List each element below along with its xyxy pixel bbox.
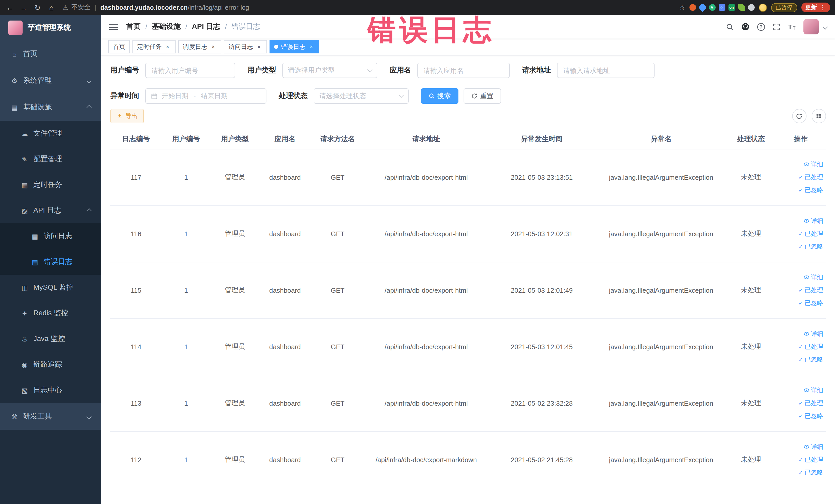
extension-icon[interactable]: ⁘ bbox=[718, 4, 725, 11]
help-icon[interactable]: ? bbox=[757, 23, 765, 31]
ignore-link[interactable]: ✓已忽略 bbox=[798, 468, 823, 477]
browser-profile-avatar[interactable] bbox=[758, 3, 767, 12]
check-icon: ✓ bbox=[798, 187, 803, 193]
breadcrumb-item[interactable]: 基础设施 bbox=[152, 22, 181, 31]
tag-错误日志[interactable]: 错误日志× bbox=[269, 40, 319, 54]
detail-link[interactable]: 详细 bbox=[803, 442, 823, 451]
cell-user_id: 1 bbox=[162, 375, 210, 431]
sidebar-item-file[interactable]: ☁文件管理 bbox=[0, 121, 101, 146]
address-bar[interactable]: ⚠ 不安全 | dashboard.yudao.iocoder.cn/infra… bbox=[63, 3, 249, 12]
sidebar-item-config[interactable]: ✎配置管理 bbox=[0, 146, 101, 172]
detail-link[interactable]: 详细 bbox=[803, 273, 823, 282]
font-size-icon[interactable]: TT bbox=[788, 23, 795, 31]
request-url-input[interactable] bbox=[557, 63, 655, 78]
processed-link[interactable]: ✓已处理 bbox=[798, 229, 823, 238]
extension-icon[interactable]: on bbox=[728, 4, 735, 11]
sidebar-item-api-log[interactable]: ▨API 日志 bbox=[0, 198, 101, 223]
back-icon[interactable]: ← bbox=[5, 3, 14, 12]
column-header: 请求方法名 bbox=[311, 129, 365, 149]
detail-link[interactable]: 详细 bbox=[803, 386, 823, 395]
processed-link[interactable]: ✓已处理 bbox=[798, 455, 823, 464]
processed-link[interactable]: ✓已处理 bbox=[798, 342, 823, 351]
ignore-link[interactable]: ✓已忽略 bbox=[798, 242, 823, 251]
refresh-icon bbox=[471, 93, 477, 99]
table-row: 1161管理员dashboardGET/api/infra/db-doc/exp… bbox=[110, 205, 826, 262]
extension-icon[interactable] bbox=[698, 3, 707, 12]
search-icon bbox=[429, 93, 435, 99]
sidebar-item-infra[interactable]: ▤基础设施 bbox=[0, 94, 101, 121]
user-type-select[interactable]: 请选择用户类型 bbox=[282, 63, 377, 78]
cell-id: 112 bbox=[110, 431, 162, 488]
sidebar-item-java[interactable]: ♨Java 监控 bbox=[0, 326, 101, 352]
tag-首页[interactable]: 首页 bbox=[108, 40, 130, 54]
refresh-button[interactable] bbox=[792, 109, 806, 123]
user-id-input[interactable] bbox=[145, 63, 235, 78]
user-avatar[interactable] bbox=[803, 19, 819, 35]
breadcrumb: 首页/基础设施/API 日志/错误日志 bbox=[126, 22, 260, 31]
detail-link[interactable]: 详细 bbox=[803, 329, 823, 338]
processed-link[interactable]: ✓已处理 bbox=[798, 286, 823, 295]
export-button[interactable]: 导出 bbox=[110, 109, 144, 123]
tag-调度日志[interactable]: 调度日志× bbox=[178, 40, 221, 54]
browser-home-icon[interactable]: ⌂ bbox=[47, 3, 56, 12]
forward-icon[interactable]: → bbox=[19, 3, 28, 12]
reload-icon[interactable]: ↻ bbox=[33, 3, 42, 12]
detail-link[interactable]: 详细 bbox=[803, 217, 823, 225]
close-icon[interactable]: × bbox=[256, 43, 262, 50]
chevron-down-icon[interactable] bbox=[822, 24, 828, 29]
cell-exception: java.lang.IllegalArgumentException bbox=[596, 262, 727, 318]
github-icon[interactable] bbox=[741, 23, 750, 31]
tag-定时任务[interactable]: 定时任务× bbox=[133, 40, 176, 54]
ignore-link[interactable]: ✓已忽略 bbox=[798, 186, 823, 194]
fullscreen-icon[interactable] bbox=[773, 23, 780, 31]
app-name-input[interactable] bbox=[418, 63, 510, 78]
ignore-link[interactable]: ✓已忽略 bbox=[798, 299, 823, 307]
extension-icon[interactable]: V bbox=[709, 4, 715, 11]
extension-icon[interactable] bbox=[748, 4, 754, 11]
api-log-icon: ▨ bbox=[21, 207, 29, 215]
column-settings-button[interactable] bbox=[811, 109, 826, 123]
breadcrumb-item[interactable]: API 日志 bbox=[192, 22, 220, 31]
reset-button[interactable]: 重置 bbox=[464, 88, 501, 104]
sidebar-item-trace[interactable]: ◉链路追踪 bbox=[0, 352, 101, 378]
processed-link[interactable]: ✓已处理 bbox=[798, 399, 823, 407]
home-icon: ⌂ bbox=[10, 50, 19, 58]
bookmark-star-icon[interactable]: ☆ bbox=[679, 4, 685, 11]
sidebar-item-log-center[interactable]: ▧日志中心 bbox=[0, 378, 101, 403]
paused-badge[interactable]: 已暂停 bbox=[771, 3, 797, 12]
process-status-select[interactable]: 请选择处理状态 bbox=[314, 88, 409, 104]
exception-time-range[interactable]: 开始日期 - 结束日期 bbox=[145, 88, 266, 104]
ignore-link[interactable]: ✓已忽略 bbox=[798, 411, 823, 420]
ignore-link[interactable]: ✓已忽略 bbox=[798, 355, 823, 364]
breadcrumb-item[interactable]: 首页 bbox=[126, 22, 141, 31]
tag-访问日志[interactable]: 访问日志× bbox=[224, 40, 267, 54]
close-icon[interactable]: × bbox=[210, 43, 217, 50]
sidebar-item-mysql[interactable]: ◫MySQL 监控 bbox=[0, 275, 101, 300]
start-date-placeholder: 开始日期 bbox=[162, 92, 188, 101]
processed-link[interactable]: ✓已处理 bbox=[798, 173, 823, 182]
error-log-table: 日志编号用户编号用户类型应用名请求方法名请求地址异常发生时间异常名处理状态操作 … bbox=[110, 129, 826, 488]
extension-icon[interactable] bbox=[689, 4, 696, 11]
sidebar-item-error-log[interactable]: ▤错误日志 bbox=[0, 249, 101, 275]
sidebar-item-home[interactable]: ⌂首页 bbox=[0, 41, 101, 67]
close-icon[interactable]: × bbox=[308, 43, 315, 50]
sidebar-item-dev-tools[interactable]: ⚒研发工具 bbox=[0, 403, 101, 430]
check-icon: ✓ bbox=[798, 174, 803, 180]
sidebar-item-system[interactable]: ⚙系统管理 bbox=[0, 67, 101, 94]
extension-icon[interactable] bbox=[738, 4, 745, 11]
table-row: 1131管理员dashboardGET/api/infra/db-doc/exp… bbox=[110, 375, 826, 431]
hamburger-icon[interactable] bbox=[109, 23, 118, 30]
detail-link[interactable]: 详细 bbox=[803, 160, 823, 169]
close-icon[interactable]: × bbox=[164, 43, 171, 50]
search-button[interactable]: 搜索 bbox=[421, 88, 459, 104]
cell-exception: java.lang.IllegalArgumentException bbox=[596, 375, 727, 431]
sidebar-item-job[interactable]: ▦定时任务 bbox=[0, 172, 101, 198]
app-logo[interactable]: 芋道管理系统 bbox=[0, 15, 101, 41]
sidebar-item-access-log[interactable]: ▤访问日志 bbox=[0, 223, 101, 249]
cell-status: 未处理 bbox=[727, 431, 775, 488]
sidebar-item-redis[interactable]: ✦Redis 监控 bbox=[0, 300, 101, 326]
browser-menu-icon[interactable]: ⋮ bbox=[820, 4, 826, 11]
search-icon[interactable] bbox=[726, 23, 734, 31]
update-button[interactable]: 更新 ⋮ bbox=[801, 3, 830, 12]
access-log-icon: ▤ bbox=[31, 233, 39, 240]
